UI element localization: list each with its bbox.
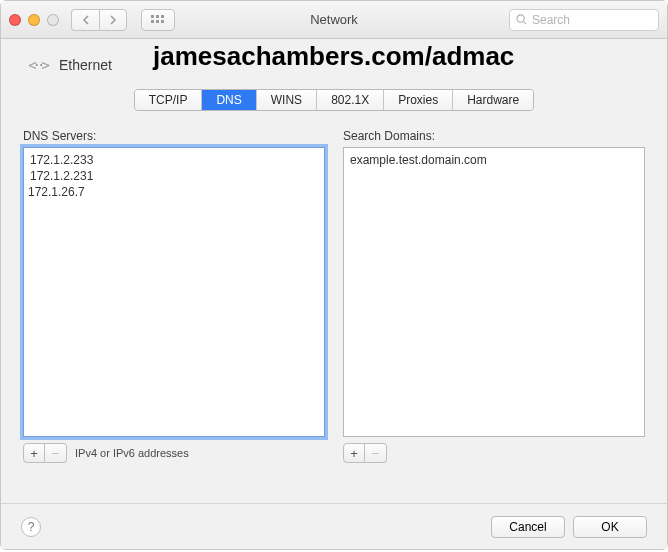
svg-rect-2 xyxy=(161,15,164,18)
search-domains-column: Search Domains: example.test.domain.com … xyxy=(343,129,645,463)
svg-rect-1 xyxy=(156,15,159,18)
svg-rect-4 xyxy=(156,20,159,23)
dns-servers-controls: + − IPv4 or IPv6 addresses xyxy=(23,443,325,463)
chevron-right-icon xyxy=(109,15,117,25)
search-icon xyxy=(516,14,527,25)
tab-wins[interactable]: WINS xyxy=(257,90,317,110)
list-item[interactable]: 172.1.2.233 xyxy=(24,152,324,168)
tab-hardware[interactable]: Hardware xyxy=(453,90,533,110)
zoom-icon xyxy=(47,14,59,26)
window-controls xyxy=(9,14,59,26)
tab-bar: TCP/IPDNSWINS802.1XProxiesHardware xyxy=(23,89,645,111)
remove-search-domain-button: − xyxy=(365,443,387,463)
list-item[interactable]: example.test.domain.com xyxy=(344,152,644,168)
chevron-left-icon xyxy=(82,15,90,25)
footer: ? Cancel OK xyxy=(1,503,667,549)
tab-8021x[interactable]: 802.1X xyxy=(317,90,384,110)
tab-dns[interactable]: DNS xyxy=(202,90,256,110)
connection-name: Ethernet xyxy=(59,57,112,73)
add-dns-server-button[interactable]: + xyxy=(23,443,45,463)
search-input[interactable]: Search xyxy=(509,9,659,31)
network-preferences-window: Network Search <··> Ethernet jamesachamb… xyxy=(0,0,668,550)
minimize-icon[interactable] xyxy=(28,14,40,26)
watermark-text: jamesachambers.com/admac xyxy=(153,41,514,72)
content-area: <··> Ethernet jamesachambers.com/admac T… xyxy=(1,39,667,475)
grid-icon xyxy=(151,15,165,25)
search-placeholder: Search xyxy=(532,13,570,27)
remove-dns-server-button: − xyxy=(45,443,67,463)
forward-button[interactable] xyxy=(99,9,127,31)
dns-hint: IPv4 or IPv6 addresses xyxy=(75,447,189,459)
svg-line-7 xyxy=(523,21,526,24)
ethernet-icon: <··> xyxy=(23,53,51,77)
dns-servers-list[interactable]: 172.1.2.233172.1.2.231172.1.26.7 xyxy=(23,147,325,437)
header-row: <··> Ethernet jamesachambers.com/admac xyxy=(23,47,645,83)
svg-rect-5 xyxy=(161,20,164,23)
add-search-domain-button[interactable]: + xyxy=(343,443,365,463)
ok-button[interactable]: OK xyxy=(573,516,647,538)
list-item[interactable]: 172.1.2.231 xyxy=(24,168,324,184)
help-button[interactable]: ? xyxy=(21,517,41,537)
search-domains-label: Search Domains: xyxy=(343,129,645,143)
dns-panel: DNS Servers: 172.1.2.233172.1.2.231172.1… xyxy=(23,129,645,463)
search-domains-controls: + − xyxy=(343,443,645,463)
tab-proxies[interactable]: Proxies xyxy=(384,90,453,110)
cancel-button[interactable]: Cancel xyxy=(491,516,565,538)
back-button[interactable] xyxy=(71,9,99,31)
dns-servers-column: DNS Servers: 172.1.2.233172.1.2.231172.1… xyxy=(23,129,325,463)
svg-point-6 xyxy=(517,15,524,22)
segmented-control: TCP/IPDNSWINS802.1XProxiesHardware xyxy=(134,89,534,111)
dns-servers-label: DNS Servers: xyxy=(23,129,325,143)
list-item[interactable]: 172.1.26.7 xyxy=(24,184,324,200)
close-icon[interactable] xyxy=(9,14,21,26)
show-all-button[interactable] xyxy=(141,9,175,31)
svg-rect-0 xyxy=(151,15,154,18)
search-domains-pm: + − xyxy=(343,443,387,463)
search-domains-list[interactable]: example.test.domain.com xyxy=(343,147,645,437)
titlebar: Network Search xyxy=(1,1,667,39)
nav-buttons xyxy=(71,9,127,31)
tab-tcpip[interactable]: TCP/IP xyxy=(135,90,203,110)
dns-servers-pm: + − xyxy=(23,443,67,463)
svg-rect-3 xyxy=(151,20,154,23)
